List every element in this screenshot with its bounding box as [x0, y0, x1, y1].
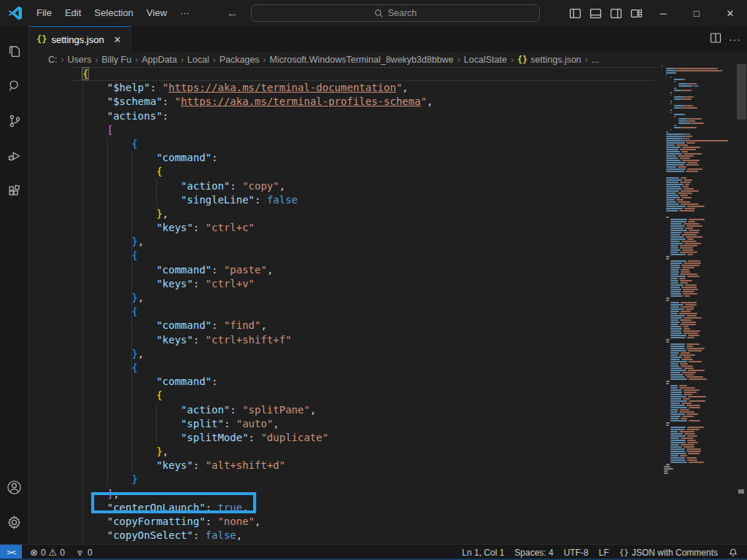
code-line[interactable]: "keys": "ctrl+shift+f"	[77, 333, 660, 347]
minimap-line	[680, 247, 693, 249]
code-line[interactable]: {	[77, 137, 660, 151]
code-line[interactable]: {	[77, 165, 660, 179]
code-line[interactable]: "splitMode": "duplicate"	[77, 431, 660, 445]
run-debug-icon[interactable]	[0, 139, 29, 174]
tab-bar: {} settings.json ✕ ···	[29, 26, 747, 52]
breadcrumb-item[interactable]: Packages	[220, 55, 260, 65]
indentation-setting[interactable]: Spaces: 4	[509, 545, 558, 560]
minimap-line	[670, 295, 683, 297]
language-mode[interactable]: {} JSON with Comments	[614, 545, 723, 560]
code-line[interactable]: {	[77, 389, 660, 402]
minimap-line	[670, 330, 681, 332]
window-close-button[interactable]: ✕	[713, 0, 747, 26]
code-line[interactable]: },	[77, 291, 660, 305]
explorer-icon[interactable]	[0, 34, 29, 69]
editor-more-actions-icon[interactable]: ···	[729, 34, 741, 45]
code-line[interactable]: "keys": "ctrl+c"	[77, 221, 660, 235]
minimap-line	[670, 291, 681, 292]
window-minimize-button[interactable]: ─	[646, 0, 680, 26]
code-line[interactable]: [	[77, 123, 660, 137]
breadcrumb-item[interactable]: Users	[68, 55, 92, 65]
tab-close-icon[interactable]: ✕	[110, 32, 125, 47]
menu-more[interactable]: ···	[174, 4, 196, 23]
minimap-line	[679, 278, 686, 279]
editor-scrollbar[interactable]	[736, 64, 747, 544]
minimap-line	[670, 365, 679, 367]
code-line[interactable]: "copyOnSelect": false,	[77, 529, 660, 542]
source-control-icon[interactable]	[0, 104, 29, 139]
window-maximize-button[interactable]: □	[680, 0, 713, 26]
code-line[interactable]: ],	[77, 487, 660, 501]
scrollbar-thumb[interactable]	[737, 64, 746, 120]
toggle-secondary-sidebar-icon[interactable]	[605, 4, 626, 23]
code-line[interactable]: },	[77, 235, 660, 249]
code-line[interactable]: }	[77, 472, 660, 486]
breadcrumb-item[interactable]: Local	[187, 55, 209, 65]
minimap-line	[664, 472, 668, 474]
ports-indicator[interactable]: 0	[70, 545, 98, 560]
minimap[interactable]	[660, 64, 736, 544]
code-line[interactable]: "split": "auto",	[77, 417, 660, 431]
cursor-position[interactable]: Ln 1, Col 1	[457, 545, 509, 560]
code-line[interactable]: "command": "find",	[77, 319, 660, 332]
minimap-line	[666, 210, 678, 211]
menu-file[interactable]: File	[30, 4, 58, 23]
code-line[interactable]: "command":	[77, 151, 660, 165]
problems-indicator[interactable]: ⊗ 0 ⚠ 0	[25, 545, 70, 560]
minimap-line	[689, 378, 707, 380]
minimap-line	[687, 238, 694, 240]
code-line[interactable]: "keys": "ctrl+v"	[77, 277, 660, 291]
notifications-bell[interactable]	[723, 545, 747, 560]
breadcrumb-item[interactable]: AppData	[142, 55, 177, 65]
code-line[interactable]: "command": "paste",	[77, 263, 660, 277]
code-line[interactable]: "copyFormatting": "none",	[77, 515, 660, 529]
minimap-line	[670, 392, 682, 393]
minimap-line	[689, 83, 696, 85]
minimap-line	[680, 280, 692, 281]
remote-indicator[interactable]: ><	[0, 545, 22, 560]
toggle-primary-sidebar-icon[interactable]	[565, 4, 585, 23]
menu-view[interactable]: View	[140, 4, 174, 23]
split-editor-icon[interactable]	[710, 32, 721, 47]
code-line[interactable]: {	[77, 361, 660, 375]
minimap-line	[683, 289, 698, 290]
code-line[interactable]: "command":	[77, 375, 660, 389]
extensions-icon[interactable]	[0, 174, 29, 209]
code-line[interactable]: },	[77, 445, 660, 459]
code-line[interactable]: },	[77, 207, 660, 221]
breadcrumb-item[interactable]: Billy Fu	[101, 55, 131, 65]
code-line[interactable]: "centerOnLaunch": true,	[77, 501, 660, 515]
code-line[interactable]: "action": "copy",	[77, 179, 660, 193]
minimap-line	[670, 311, 679, 312]
search-input[interactable]: Search	[251, 4, 540, 22]
breadcrumb-item[interactable]: ...	[592, 55, 599, 65]
customize-layout-icon[interactable]	[626, 4, 646, 23]
breadcrumb-item[interactable]: Microsoft.WindowsTerminal_8wekyb3d8bbwe	[270, 55, 454, 65]
menu-edit[interactable]: Edit	[58, 4, 88, 23]
code-line[interactable]: "singleLine": false	[77, 193, 660, 207]
code-line[interactable]: "actions":	[77, 109, 660, 123]
code-line[interactable]: {	[77, 249, 660, 262]
breadcrumb-item-file[interactable]: settings.json	[530, 55, 581, 65]
nav-back-icon[interactable]: ←	[227, 7, 239, 20]
toggle-panel-icon[interactable]	[585, 4, 605, 23]
code-line[interactable]: "keys": "alt+shift+d"	[77, 459, 660, 472]
code-line[interactable]: {	[77, 305, 660, 319]
warning-icon: ⚠	[49, 547, 58, 558]
breadcrumb-item[interactable]: C:	[48, 55, 58, 65]
code-line[interactable]: {	[77, 67, 660, 81]
breadcrumb-item[interactable]: LocalState	[464, 55, 507, 65]
accounts-icon[interactable]	[0, 470, 29, 505]
tab-settings-json[interactable]: {} settings.json ✕	[29, 26, 131, 52]
search-sidebar-icon[interactable]	[0, 69, 29, 104]
menu-selection[interactable]: Selection	[88, 4, 139, 23]
encoding-setting[interactable]: UTF-8	[559, 545, 594, 560]
code-line[interactable]: },	[77, 347, 660, 361]
settings-gear-icon[interactable]	[0, 505, 29, 540]
code-line[interactable]: "$schema": "https://aka.ms/terminal-prof…	[77, 95, 660, 109]
code-line[interactable]: "$help": "https://aka.ms/terminal-docume…	[77, 81, 660, 95]
minimap-line	[678, 166, 686, 168]
code-line[interactable]: "action": "splitPane",	[77, 403, 660, 417]
minimap-line	[684, 357, 691, 358]
eol-setting[interactable]: LF	[594, 545, 614, 560]
